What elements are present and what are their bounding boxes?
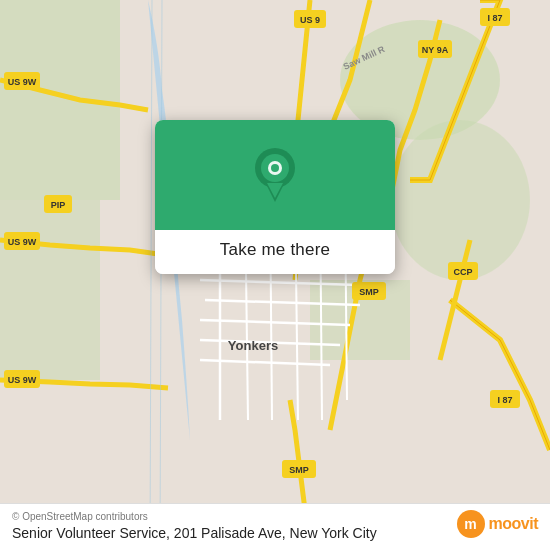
svg-text:US 9: US 9 (300, 15, 320, 25)
svg-rect-1 (0, 200, 100, 380)
location-pin-icon (252, 148, 298, 202)
moovit-text: moovit (489, 515, 538, 533)
moovit-icon: m (457, 510, 485, 538)
svg-text:US 9W: US 9W (8, 77, 37, 87)
svg-text:SMP: SMP (289, 465, 309, 475)
action-card: Take me there (155, 120, 395, 274)
card-green-header (155, 120, 395, 230)
svg-text:I 87: I 87 (487, 13, 502, 23)
svg-text:Yonkers: Yonkers (228, 338, 278, 353)
svg-point-32 (271, 164, 279, 172)
map-container: US 9 US 9W US 9W US 9W NY 9A I 87 I 87 S… (0, 0, 550, 550)
map-svg: US 9 US 9W US 9W US 9W NY 9A I 87 I 87 S… (0, 0, 550, 550)
svg-point-3 (390, 120, 530, 280)
svg-text:US 9W: US 9W (8, 375, 37, 385)
svg-text:US 9W: US 9W (8, 237, 37, 247)
moovit-logo: m moovit (457, 510, 538, 538)
card-button-area[interactable]: Take me there (155, 230, 395, 274)
svg-text:I 87: I 87 (497, 395, 512, 405)
take-me-there-button[interactable]: Take me there (220, 240, 330, 260)
svg-text:SMP: SMP (359, 287, 379, 297)
svg-text:CCP: CCP (453, 267, 472, 277)
svg-rect-0 (0, 0, 120, 200)
svg-text:NY 9A: NY 9A (422, 45, 449, 55)
svg-text:PIP: PIP (51, 200, 66, 210)
